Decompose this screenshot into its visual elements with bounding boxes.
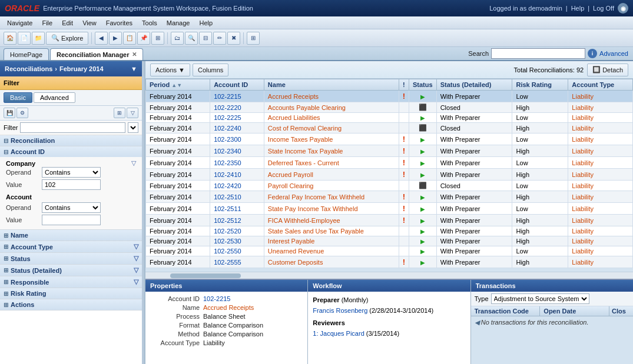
sidebar-grid-btn[interactable]: ⊞ [114,108,125,118]
table-row[interactable]: February 2014102-2512FICA Withheld-Emplo… [146,215,633,226]
sidebar-section-name-header[interactable]: ⊞ Name [0,230,142,241]
cell-account-id[interactable]: 102-2350 [210,157,264,169]
tab-close-btn[interactable]: ✕ [132,51,137,58]
grid-btn[interactable]: ⊞ [151,32,164,45]
home-btn[interactable]: 🏠 [4,32,16,45]
cell-account-id[interactable]: 102-2511 [210,203,264,215]
table-row[interactable]: February 2014102-2520State Sales and Use… [146,226,633,236]
menu-view[interactable]: View [78,18,101,28]
filter-tab-advanced[interactable]: Advanced [34,92,75,103]
table-row[interactable]: February 2014102-2225Accrued Liabilities… [146,113,633,123]
menu-edit[interactable]: Edit [57,18,78,28]
forward-btn[interactable]: ▶ [109,32,122,45]
menu-favorites[interactable]: Favorites [101,18,137,28]
table-row[interactable]: February 2014102-2240Cost of Removal Cle… [146,123,633,133]
tab-homepage[interactable]: HomePage [4,48,49,60]
filter-btn[interactable]: ⊟ [199,32,212,45]
cell-account-id[interactable]: 102-2520 [210,226,264,236]
filter-tab-basic[interactable]: Basic [4,92,32,103]
account-value-input[interactable] [42,215,101,225]
menu-tools[interactable]: Tools [137,18,162,28]
cell-account-id[interactable]: 102-2240 [210,123,264,133]
detach-btn[interactable]: 🔲 Detach [587,64,628,76]
table-row[interactable]: February 2014102-2300Income Taxes Payabl… [146,133,633,145]
account-type-filter-icon[interactable]: ▽ [134,243,138,251]
sidebar-section-status-detailed-header[interactable]: ⊞ Status (Detailed) ▽ [0,265,142,276]
status-detailed-filter-icon[interactable]: ▽ [134,266,138,274]
cell-account-id[interactable]: 102-2340 [210,145,264,157]
advanced-search-btn[interactable]: Advanced [599,50,628,57]
workflow-reviewer-1-name[interactable]: 1: Jacques Picard [313,330,364,337]
cell-account-id[interactable]: 102-2225 [210,113,264,123]
cell-account-id[interactable]: 102-2300 [210,133,264,145]
pencil-btn[interactable]: ✏ [213,32,226,45]
responsible-filter-icon[interactable]: ▽ [134,278,138,286]
copy-btn[interactable]: 📋 [123,32,136,45]
menu-help[interactable]: Help [194,18,217,28]
sidebar-section-account-type-header[interactable]: ⊞ Account Type ▽ [0,241,142,252]
prop-account-id-value[interactable]: 102-2215 [203,295,231,302]
back-btn[interactable]: ◀ [95,32,108,45]
cell-account-id[interactable]: 102-2220 [210,102,264,113]
menu-file[interactable]: File [37,18,57,28]
company-operand-select[interactable]: Contains [42,167,101,178]
horizontal-scrollbar[interactable] [145,272,633,279]
tab-reconciliation-manager[interactable]: Reconciliation Manager ✕ [50,48,142,60]
sidebar-section-reconciliation-header[interactable]: ⊟ Reconciliation [0,135,142,146]
grid2-btn[interactable]: ⊞ [247,32,260,45]
status-filter-icon[interactable]: ▽ [134,255,138,262]
col-header-status[interactable]: Status [409,79,437,91]
col-header-name[interactable]: Name [264,79,399,91]
table-row[interactable]: February 2014102-2550Unearned Revenue▶Wi… [146,246,633,256]
sidebar-section-actions-header[interactable]: ⊞ Actions [0,299,142,310]
sidebar-section-risk-rating-header[interactable]: ⊞ Risk Rating [0,288,142,299]
table-row[interactable]: February 2014102-2220Accounts Payable Cl… [146,102,633,113]
logoff-link[interactable]: Log Off [593,5,614,12]
delete-btn[interactable]: ✖ [227,32,240,45]
filter-text-input[interactable] [20,122,125,133]
col-header-account-id[interactable]: Account ID [210,79,264,91]
sidebar-clear-btn[interactable]: ▽ [127,108,138,118]
sidebar-section-account-id-header[interactable]: ⊟ Account ID [0,146,142,157]
table-row[interactable]: February 2014102-2350Deferred Taxes - Cu… [146,157,633,169]
cell-account-id[interactable]: 102-2530 [210,236,264,246]
sidebar-section-status-header[interactable]: ⊞ Status ▽ [0,253,142,264]
sidebar-save-btn[interactable]: 💾 [4,108,15,118]
sidebar-section-responsible-header[interactable]: ⊞ Responsible ▽ [0,276,142,288]
help-link[interactable]: Help [571,5,585,12]
workflow-preparer-name[interactable]: Francis Rosenberg [313,307,367,314]
table-row[interactable]: February 2014102-2410Accrued Payroll!▶Wi… [146,169,633,181]
actions-dropdown-btn[interactable]: Actions ▼ [150,64,190,76]
table-row[interactable]: February 2014102-2555Customer Deposits!▶… [146,256,633,268]
menu-manage[interactable]: Manage [162,18,195,28]
cell-account-id[interactable]: 102-2410 [210,169,264,181]
col-header-period[interactable]: Period ▲▼ [146,79,210,91]
cell-account-id[interactable]: 102-2555 [210,256,264,268]
table-row[interactable]: February 2014102-2340State Income Tax Pa… [146,145,633,157]
filter-select[interactable]: ▼ [128,122,138,133]
cell-account-id[interactable]: 102-2510 [210,191,264,203]
account-operand-select[interactable]: Contains [42,202,101,213]
trans-type-select[interactable]: Adjustment to Source System [491,293,589,304]
new-btn[interactable]: 📄 [18,32,31,45]
sidebar-filter-btn[interactable]: ⚙ [16,108,28,118]
table-row[interactable]: February 2014102-2530Interest Payable▶Wi… [146,236,633,246]
table-row[interactable]: February 2014102-2215Accrued Receipts!▶W… [146,91,633,102]
table-row[interactable]: February 2014102-2420Payroll Clearing⬛Cl… [146,181,633,191]
col-header-account-type[interactable]: Account Type [568,79,633,91]
folder2-btn[interactable]: 🗂 [171,32,184,45]
paste-btn[interactable]: 📌 [137,32,150,45]
menu-navigate[interactable]: Navigate [2,18,37,28]
col-header-risk-rating[interactable]: Risk Rating [512,79,568,91]
cell-account-id[interactable]: 102-2215 [210,91,264,102]
grid-container[interactable]: Period ▲▼ Account ID Name ! Sta [145,79,633,272]
cell-account-id[interactable]: 102-2420 [210,181,264,191]
company-value-input[interactable] [42,179,101,190]
explore-btn[interactable]: 🔍 Explore [46,32,88,45]
cell-account-id[interactable]: 102-2550 [210,246,264,256]
col-header-status-detailed[interactable]: Status (Detailed) [436,79,512,91]
open-folder-btn[interactable]: 📁 [32,32,45,45]
cell-account-id[interactable]: 102-2512 [210,215,264,226]
columns-btn[interactable]: Columns [193,64,228,76]
search-input[interactable] [491,48,585,59]
